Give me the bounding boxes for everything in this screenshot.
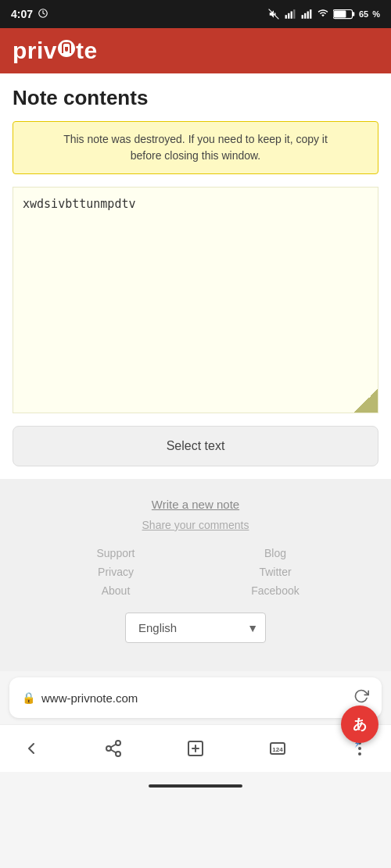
tabs-button[interactable]: 124 [262, 733, 293, 764]
svg-rect-5 [293, 9, 295, 19]
support-link[interactable]: Support [36, 547, 196, 559]
sync-icon [38, 8, 48, 21]
svg-rect-12 [334, 10, 346, 17]
status-icons: 65% [267, 9, 380, 20]
page-title: Note contents [13, 86, 378, 110]
warning-text-line2: before closing this window. [131, 149, 261, 162]
status-bar: 4:07 65% [0, 0, 391, 28]
svg-rect-8 [307, 12, 309, 19]
home-indicator [0, 772, 391, 794]
svg-point-23 [359, 748, 361, 749]
svg-line-17 [111, 745, 117, 748]
main-content: Note contents This note was destroyed. I… [0, 73, 391, 479]
home-indicator-bar [149, 784, 242, 788]
logo-icon [58, 40, 75, 57]
bottom-navigation: 124 [0, 724, 391, 772]
svg-rect-2 [285, 15, 287, 19]
language-dropdown[interactable]: English Spanish French German Portuguese [125, 613, 266, 643]
share-comments-link[interactable]: Share your comments [13, 519, 378, 531]
url-text: www-privnote.com [41, 691, 138, 705]
svg-point-24 [359, 753, 361, 755]
footer-links-grid: Support Blog Privacy Twitter About Faceb… [13, 547, 378, 597]
svg-rect-3 [288, 13, 289, 19]
fab-translate-button[interactable]: あ [341, 705, 378, 743]
warning-banner: This note was destroyed. If you need to … [13, 121, 378, 174]
refresh-icon[interactable] [353, 688, 369, 707]
tabs-count: 124 [272, 746, 283, 753]
lock-icon: 🔒 [22, 691, 35, 704]
blog-link[interactable]: Blog [196, 547, 355, 559]
new-tab-button[interactable] [180, 733, 211, 764]
share-button[interactable] [98, 733, 129, 764]
select-text-button[interactable]: Select text [13, 426, 378, 466]
svg-rect-4 [291, 12, 292, 19]
svg-rect-6 [302, 15, 303, 19]
note-fold-decoration [354, 389, 378, 413]
note-content-area: xwdsivbttunmpdtv [13, 187, 378, 413]
language-selector[interactable]: English Spanish French German Portuguese… [13, 613, 378, 643]
battery-level: 65 [359, 9, 368, 19]
svg-rect-7 [304, 13, 306, 19]
svg-line-16 [111, 750, 117, 753]
bottom-section: 🔒 www-privnote.com [0, 671, 391, 794]
back-button[interactable] [16, 733, 47, 764]
footer: Write a new note Share your comments Sup… [0, 479, 391, 671]
twitter-link[interactable]: Twitter [196, 566, 355, 578]
url-bar[interactable]: 🔒 www-privnote.com [9, 677, 382, 718]
logo: privte [13, 38, 98, 64]
svg-rect-9 [310, 9, 311, 19]
facebook-link[interactable]: Facebook [196, 584, 355, 597]
privacy-link[interactable]: Privacy [36, 566, 196, 578]
app-header: privte [0, 28, 391, 73]
write-new-note-link[interactable]: Write a new note [13, 498, 378, 511]
warning-text-line1: This note was destroyed. If you need to … [63, 133, 328, 145]
svg-rect-11 [352, 12, 354, 16]
note-text: xwdsivbttunmpdtv [23, 197, 136, 211]
time-display: 4:07 [11, 8, 33, 20]
about-link[interactable]: About [36, 584, 196, 597]
